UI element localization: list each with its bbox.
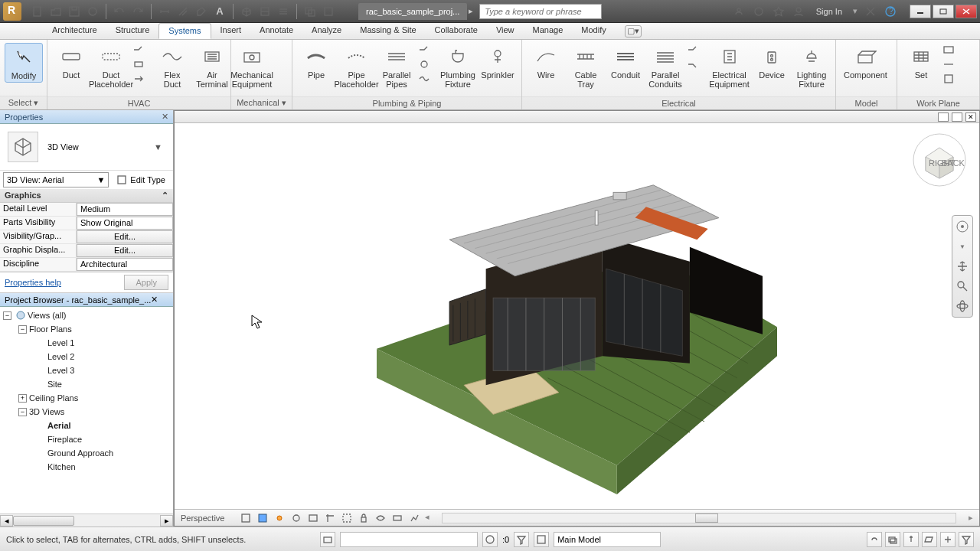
steering-wheel-icon[interactable] (955, 219, 970, 234)
project-browser-hscroll[interactable]: ◂▸ (0, 514, 173, 527)
tree-fireplace[interactable]: Fireplace (2, 432, 172, 446)
duct-button[interactable]: Duct (52, 43, 90, 81)
align-icon[interactable] (176, 5, 190, 18)
view-min-icon[interactable] (938, 112, 949, 122)
view-max-icon[interactable] (952, 112, 962, 122)
flex-duct-button[interactable]: Flex Duct (153, 43, 191, 90)
pipe-fitting-button[interactable] (417, 43, 437, 57)
show-workplane-button[interactable] (942, 43, 962, 57)
tree-aerial[interactable]: Aerial (2, 419, 172, 432)
tree-site[interactable]: Site (2, 377, 172, 391)
detail-level-icon[interactable] (240, 512, 252, 524)
viewcube[interactable]: RIGHT BACK (909, 131, 970, 194)
select-face-icon[interactable] (922, 532, 937, 547)
active-workset-field[interactable] (340, 532, 478, 547)
search-box[interactable] (479, 4, 602, 19)
help-icon[interactable]: ? (884, 5, 897, 18)
zoom-icon[interactable] (955, 279, 970, 294)
tab-massing-site[interactable]: Massing & Site (351, 23, 425, 39)
tree-3d-views[interactable]: −3D Views (2, 405, 172, 419)
component-button[interactable]: Component (841, 43, 890, 81)
tree-level3[interactable]: Level 3 (2, 364, 172, 377)
editable-only-icon[interactable] (482, 532, 498, 547)
pipe-button[interactable]: Pipe (297, 43, 335, 81)
pan-icon[interactable] (955, 259, 970, 274)
temp-hide-icon[interactable] (374, 512, 387, 524)
air-terminal-button[interactable]: Air Terminal (193, 43, 231, 90)
tab-insert[interactable]: Insert (211, 23, 251, 39)
parallel-conduits-button[interactable]: Parallel Conduits (646, 43, 684, 90)
sprinkler-button[interactable]: Sprinkler (479, 43, 517, 81)
tab-collaborate[interactable]: Collaborate (426, 23, 487, 39)
user-icon[interactable] (792, 5, 805, 18)
redo-icon[interactable] (131, 5, 145, 18)
apply-button[interactable]: Apply (124, 275, 168, 290)
cable-tray-button[interactable]: Cable Tray (567, 43, 605, 90)
filter-icon[interactable] (514, 532, 529, 547)
tab-modify[interactable]: Modify (572, 23, 615, 39)
design-options-icon[interactable] (534, 532, 549, 547)
instance-dropdown[interactable]: 3D View: Aerial▼ (3, 172, 109, 187)
graphic-display-button[interactable]: Edit... (77, 244, 173, 257)
tree-level1[interactable]: Level 1 (2, 336, 172, 350)
lighting-fixture-button[interactable]: Lighting Fixture (792, 43, 831, 90)
tab-manage[interactable]: Manage (524, 23, 573, 39)
tree-ceiling-plans[interactable]: +Ceiling Plans (2, 391, 172, 405)
visibility-graphics-button[interactable]: Edit... (77, 230, 173, 243)
properties-help-link[interactable]: Properties help (5, 278, 124, 287)
tree-root[interactable]: −Views (all) (2, 308, 172, 322)
filter-selection-icon[interactable] (959, 532, 974, 547)
orbit-icon[interactable] (955, 298, 970, 314)
tree-kitchen[interactable]: Kitchen (2, 460, 172, 474)
close-button[interactable] (956, 5, 977, 18)
save-icon[interactable] (67, 5, 81, 18)
pipe-placeholder-button[interactable]: Pipe Placeholder (337, 43, 376, 90)
favorite-icon[interactable] (772, 5, 786, 18)
conduit-fitting-button[interactable] (686, 57, 706, 71)
wire-button[interactable]: Wire (527, 43, 565, 81)
conduit-button[interactable]: Conduit (606, 43, 645, 81)
tab-structure[interactable]: Structure (106, 23, 159, 39)
thinlines-icon[interactable] (276, 5, 290, 18)
graphics-category[interactable]: Graphics⌃ (0, 189, 173, 203)
type-selector-dropdown[interactable]: 3D View▼ (47, 142, 165, 152)
detail-level-field[interactable]: Medium (77, 203, 173, 216)
duct-placeholder-button[interactable]: Duct Placeholder (92, 43, 130, 90)
text-icon[interactable]: A (213, 5, 227, 18)
minimize-button[interactable] (910, 5, 931, 18)
plumbing-fixture-button[interactable]: Plumbing Fixture (439, 43, 477, 90)
view-close-icon[interactable]: ✕ (965, 112, 976, 122)
workset-icon[interactable] (320, 532, 335, 547)
tab-systems[interactable]: Systems (158, 23, 211, 39)
view-hscroll[interactable] (442, 513, 956, 523)
app-logo[interactable] (3, 2, 21, 21)
tab-view[interactable]: View (487, 23, 524, 39)
undo-icon[interactable] (113, 5, 126, 18)
sync-icon[interactable] (86, 5, 100, 18)
reveal-hidden-icon[interactable] (391, 512, 403, 524)
crop-view-icon[interactable] (324, 512, 336, 524)
set-workplane-button[interactable]: Set (902, 43, 940, 81)
select-underlay-icon[interactable] (885, 532, 900, 547)
navigation-bar[interactable]: ▼ (952, 215, 973, 318)
search-input[interactable] (485, 7, 596, 16)
device-button[interactable]: Device (753, 43, 791, 81)
ref-plane-button[interactable] (942, 57, 962, 71)
select-group-label[interactable]: Select ▾ (0, 96, 47, 109)
maximize-button[interactable] (933, 5, 954, 18)
parts-visibility-field[interactable]: Show Original (77, 217, 173, 230)
duct-accessory-button[interactable] (132, 57, 152, 71)
select-links-icon[interactable] (867, 532, 882, 547)
duct-fitting-button[interactable] (132, 43, 152, 57)
shadows-icon[interactable] (290, 512, 302, 524)
new-icon[interactable] (31, 5, 44, 18)
signin-link[interactable]: Sign In (816, 7, 842, 16)
analytical-icon[interactable] (408, 512, 420, 524)
comm-icon[interactable] (752, 5, 766, 18)
convert-button[interactable] (132, 72, 152, 86)
view-scale-label[interactable]: Perspective (181, 514, 224, 523)
mechanical-group-label[interactable]: Mechanical ▾ (231, 96, 292, 109)
project-browser-close-icon[interactable]: ✕ (151, 295, 158, 305)
cable-tray-fitting-button[interactable] (686, 43, 706, 57)
tab-analyze[interactable]: Analyze (302, 23, 351, 39)
